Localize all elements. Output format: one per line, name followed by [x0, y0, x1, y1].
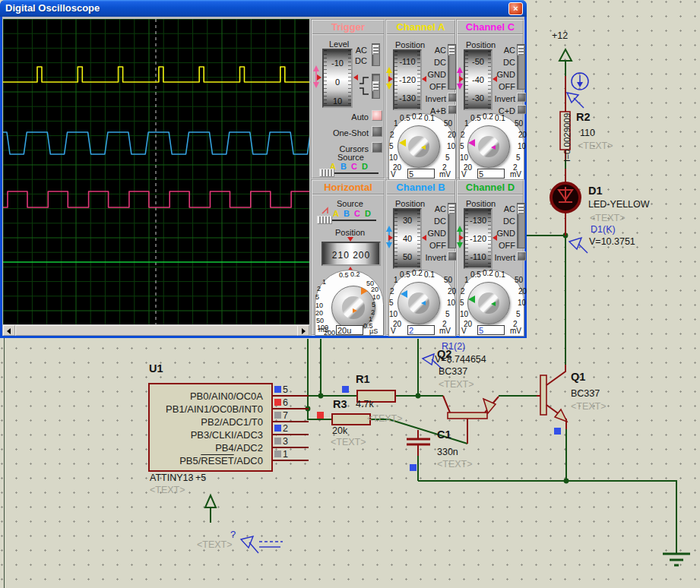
floating-probe[interactable] [241, 536, 283, 553]
gain-knob[interactable] [467, 125, 510, 168]
slider-thumb[interactable] [319, 169, 334, 177]
coupling-labels: ACDCGNDOFF [491, 46, 515, 94]
c1-value: 330n [437, 447, 458, 458]
u1-pin-label: PB2/ADC1/T0 [152, 416, 263, 428]
coupling-option-label: GND [497, 229, 515, 238]
close-button[interactable]: × [508, 2, 523, 15]
window-titlebar[interactable]: Digital Oscilloscope × [0, 0, 527, 17]
gain-marker [399, 139, 406, 147]
current-probe[interactable] [567, 73, 588, 108]
c1-text: <TEXT> [437, 460, 473, 470]
slider-thumb[interactable] [448, 204, 455, 214]
gain-knob[interactable] [398, 282, 440, 324]
r1-value: 4.7k [356, 400, 374, 410]
ground-symbol[interactable] [663, 554, 690, 565]
coupling-option-label: DC [434, 58, 446, 67]
scroll-left-icon [7, 328, 11, 334]
q2-transistor[interactable] [443, 396, 499, 444]
coupling-option-label: DC [503, 217, 515, 226]
timebase-value-input[interactable] [336, 325, 363, 335]
trigger-section: Trigger Level -10010 AC DC Auto One-Shot… [311, 19, 385, 179]
auto-button[interactable] [372, 110, 382, 121]
coupling-option-label: GND [428, 70, 446, 79]
r3-resistor[interactable] [332, 414, 370, 425]
one-shot-button[interactable] [372, 126, 382, 137]
channel-b-gain-input[interactable] [407, 325, 435, 335]
ac-label: AC [343, 46, 367, 55]
probe-r1-2-label: R1(2) [442, 342, 465, 352]
gain-knob[interactable] [467, 282, 510, 324]
u1-pin-label: PB4/ADC2 [152, 442, 263, 454]
u1-pin-label: PB5/RESET/ADC0 [152, 455, 263, 466]
voltage-probe-d1-k[interactable] [569, 238, 588, 253]
scroll-right-button[interactable] [297, 325, 309, 336]
slider-thumb[interactable] [372, 45, 379, 55]
unit-label: V [391, 170, 396, 179]
knob-scale-value: 10 [460, 153, 468, 162]
channel-c-section: Channel C Position -50-40-30 ACDCGNDOFF … [456, 19, 524, 179]
coupling-option-label: OFF [429, 82, 446, 91]
knob-scale-value: 2 [390, 131, 394, 139]
slider-thumb[interactable] [317, 216, 332, 224]
power-12v-symbol[interactable] [559, 49, 572, 61]
trigger-source-slider[interactable] [319, 169, 379, 178]
channel-c-gain-input[interactable] [477, 169, 505, 179]
invert-button[interactable] [517, 93, 526, 102]
u1-pin-number: 6 [283, 397, 288, 408]
invert-button[interactable] [517, 251, 526, 261]
knob-scale-value: 5 [372, 301, 375, 308]
knob-scale-value: 20 [371, 286, 379, 293]
coupling-option-label: OFF [429, 241, 446, 250]
gain-knob[interactable] [398, 125, 440, 168]
channel-a-gain-input[interactable] [407, 169, 435, 179]
knob-scale-value: 50 [515, 119, 523, 128]
slider-thumb[interactable] [518, 204, 524, 214]
dial-marker-right [353, 74, 358, 81]
power-5v-symbol[interactable] [205, 495, 216, 507]
channel-b-coupling-slider[interactable] [448, 203, 456, 248]
c1-capacitor[interactable] [407, 430, 430, 456]
channel-d-gain-input[interactable] [477, 325, 505, 335]
coupling-option-label: GND [497, 70, 515, 79]
channel-b-title: Channel B [387, 181, 455, 194]
knob-scale-value: 1 [394, 276, 398, 284]
knob-cap [478, 292, 499, 314]
sum-button[interactable] [517, 105, 526, 114]
d1-device: LED-YELLOW [588, 200, 650, 210]
gain-marker-small [491, 302, 496, 306]
cursors-button[interactable] [372, 142, 382, 153]
knob-scale-value: 10 [460, 310, 468, 318]
knob-scale-value: 0.5 [339, 271, 349, 279]
gain-marker-small [491, 145, 496, 150]
dial-value: -50 [465, 57, 491, 66]
channel-a-coupling-slider[interactable] [448, 44, 456, 90]
q1-transistor[interactable] [537, 365, 567, 429]
coupling-option-label: AC [435, 204, 446, 213]
dial-value: -130 [465, 216, 491, 225]
unit-label: V [461, 327, 467, 335]
slider-thumb[interactable] [372, 81, 379, 91]
scroll-left-button[interactable] [3, 325, 15, 336]
gain-marker [401, 290, 407, 298]
horizontal-source-slider[interactable] [317, 216, 376, 225]
knob-scale-value: 5 [460, 142, 464, 150]
channel-d-coupling-slider[interactable] [517, 203, 525, 248]
knob-scale-value: 0.5 [470, 270, 481, 279]
knob-scale-value: 10 [389, 310, 398, 318]
channel-c-coupling-slider[interactable] [517, 44, 525, 90]
knob-scale-value: 5 [389, 299, 394, 307]
close-icon: × [513, 4, 518, 13]
gain-marker-small [421, 145, 426, 150]
dial-value: 10 [324, 96, 351, 106]
slider-thumb[interactable] [448, 46, 455, 55]
d1-text: <TEXT> [590, 213, 626, 224]
display-scrollbar[interactable] [3, 325, 309, 336]
horizontal-position-dial[interactable]: 210 200 190 [321, 242, 381, 266]
scrollbar-thumb[interactable] [15, 325, 298, 336]
slider-thumb[interactable] [518, 46, 524, 55]
c1-ref: C1 [437, 429, 451, 441]
trigger-edge-slider[interactable] [372, 74, 380, 99]
r2-value: 110 [580, 128, 595, 139]
d1-led[interactable] [551, 169, 580, 236]
trigger-coupling-slider[interactable] [372, 43, 380, 66]
